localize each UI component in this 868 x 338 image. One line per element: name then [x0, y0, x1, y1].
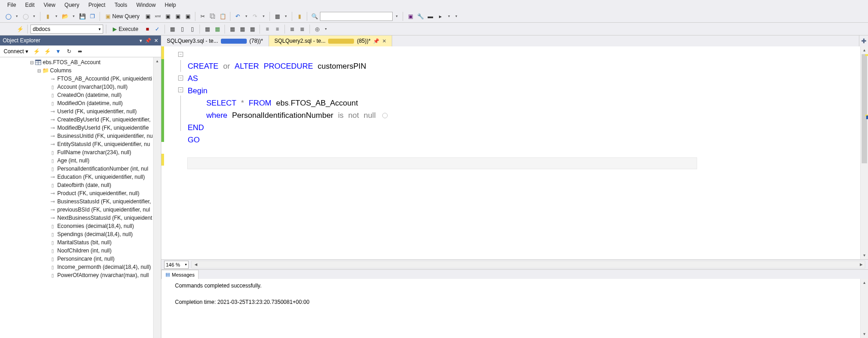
- tb-icon-8[interactable]: ▬: [426, 12, 435, 21]
- tree-column-node[interactable]: ▯MaritalStatus (bit, null): [0, 238, 161, 247]
- zoom-selector[interactable]: 146 % ▾: [164, 261, 189, 269]
- tree-column-node[interactable]: ⊸UserId (FK, uniqueidentifier, null): [0, 107, 161, 116]
- qb-icon-3[interactable]: ▯: [188, 25, 197, 34]
- qb-icon-6[interactable]: ▦: [228, 25, 237, 34]
- close-icon[interactable]: ✕: [154, 38, 158, 44]
- refresh-icon[interactable]: ↻: [65, 47, 74, 56]
- fold-toggle[interactable]: −: [178, 76, 183, 81]
- tree-column-node[interactable]: ▯Personsincare (int, null): [0, 255, 161, 263]
- sql-code[interactable]: CREATE or ALTER PROCEDURE customersPIN A…: [186, 46, 868, 259]
- tree-column-node[interactable]: ▯Account (nvarchar(100), null): [0, 83, 161, 91]
- tree-scrollbar[interactable]: ▲: [153, 57, 161, 338]
- open-dropdown[interactable]: ▾: [70, 14, 77, 18]
- tb-icon-wrench[interactable]: 🔧: [416, 12, 425, 21]
- qb-icon-4[interactable]: ▦: [203, 25, 212, 34]
- tree-column-node[interactable]: ⊸FTOS_AB_Accountid (PK, uniqueidenti: [0, 75, 161, 83]
- search-dropdown[interactable]: ▾: [394, 14, 400, 18]
- tree-column-node[interactable]: ⊸EntityStatusId (FK, uniqueidentifier, n…: [0, 140, 161, 148]
- qb-icon-last[interactable]: ◎: [313, 25, 322, 34]
- paste-icon[interactable]: 📋: [218, 12, 227, 21]
- tb-icon-3[interactable]: ▣: [173, 12, 182, 21]
- fold-toggle[interactable]: −: [178, 87, 183, 92]
- tree-column-node[interactable]: ▯CreatedOn (datetime, null): [0, 91, 161, 99]
- menu-view[interactable]: View: [39, 1, 60, 9]
- tree-table-node[interactable]: ⊟ ebs.FTOS_AB_Account: [0, 58, 161, 66]
- tab-sqlquery2[interactable]: SQLQuery2.sql - te... xxxxxxxxx (85))* 📌…: [269, 35, 393, 46]
- qb-icon-8[interactable]: ▦: [248, 25, 257, 34]
- fold-toggle[interactable]: −: [178, 52, 183, 57]
- tree-column-node[interactable]: ⊸BusinessUnitId (FK, uniqueidentifier, n…: [0, 132, 161, 140]
- add-tab-button[interactable]: ✚: [859, 35, 868, 46]
- redo-icon[interactable]: ↷: [250, 12, 259, 21]
- new-query-button[interactable]: ▣ New Query: [103, 12, 142, 20]
- qb-icon-7[interactable]: ▦: [238, 25, 247, 34]
- menu-edit[interactable]: Edit: [20, 1, 39, 9]
- oe-icon-3[interactable]: ⬌: [75, 47, 85, 56]
- lightbulb-icon[interactable]: [382, 113, 388, 118]
- nav-back-dropdown[interactable]: ▾: [14, 14, 20, 18]
- redo-dropdown[interactable]: ▾: [260, 14, 267, 18]
- stop-icon[interactable]: ■: [143, 25, 152, 34]
- save-all-icon[interactable]: ❐: [88, 12, 97, 21]
- menu-project[interactable]: Project: [84, 1, 110, 9]
- tb-icon-7[interactable]: ▣: [406, 12, 415, 21]
- menu-query[interactable]: Query: [60, 1, 84, 9]
- find-icon[interactable]: 🔍: [310, 12, 319, 21]
- tb-dd-5[interactable]: ▾: [283, 14, 289, 18]
- menu-help[interactable]: Help: [160, 1, 181, 9]
- pin-icon[interactable]: 📌: [373, 38, 379, 44]
- qb-icon-1[interactable]: ▦: [168, 25, 177, 34]
- tb-dd-9[interactable]: ▾: [446, 14, 452, 18]
- tb-icon-4[interactable]: ▣: [183, 12, 192, 21]
- tree-column-node[interactable]: ⊸BusinessStatusId (FK, uniqueidentifier,: [0, 197, 161, 206]
- menu-tools[interactable]: Tools: [110, 1, 132, 9]
- qb-icon-2[interactable]: ▯: [178, 25, 187, 34]
- collapse-icon[interactable]: ⊟: [29, 60, 35, 65]
- undo-dropdown[interactable]: ▾: [243, 14, 249, 18]
- tree-column-node[interactable]: ▯Dateofbirth (date, null): [0, 181, 161, 189]
- tree-column-node[interactable]: ▯Age (int, null): [0, 156, 161, 165]
- tree-column-node[interactable]: ▯FullName (nvarchar(234), null): [0, 148, 161, 156]
- tree-column-node[interactable]: ⊸CreatedByUserId (FK, uniqueidentifier,: [0, 116, 161, 124]
- connection-icon[interactable]: ⚡: [15, 25, 25, 34]
- new-item-icon[interactable]: ▮: [43, 12, 52, 21]
- database-selector[interactable]: dbdocs ▾: [30, 25, 103, 34]
- execute-button[interactable]: ▶ Execute: [109, 25, 142, 33]
- parse-icon[interactable]: ✓: [153, 25, 162, 34]
- tree-column-node[interactable]: ▯PersonalIdentificationNumber (int, nul: [0, 165, 161, 173]
- object-tree[interactable]: ⊟ ebs.FTOS_AB_Account ⊟ 📁 Columns ⊸FTOS_…: [0, 57, 161, 338]
- tree-column-node[interactable]: ⊸NextBusinessStatusId (FK, uniqueident: [0, 214, 161, 222]
- tb-icon-5[interactable]: ▦: [273, 12, 282, 21]
- undo-icon[interactable]: ↶: [233, 12, 242, 21]
- messages-tab[interactable]: ▤ Messages: [161, 270, 199, 279]
- save-icon[interactable]: 💾: [78, 12, 87, 21]
- tree-column-node[interactable]: ▯Economies (decimal(18,4), null): [0, 222, 161, 230]
- nav-forward-button[interactable]: ◯: [21, 12, 30, 21]
- tb-icon-xml[interactable]: xml: [153, 12, 162, 21]
- tree-column-node[interactable]: ⊸previousBSId (FK, uniqueidentifier, nul: [0, 206, 161, 214]
- tb-icon-2[interactable]: ▣: [163, 12, 172, 21]
- menu-file[interactable]: File: [3, 1, 20, 9]
- messages-output[interactable]: Commands completed successfully. Complet…: [161, 279, 868, 338]
- uncomment-icon[interactable]: ≣: [298, 25, 307, 34]
- tree-column-node[interactable]: ⊸Product (FK, uniqueidentifier, null): [0, 189, 161, 197]
- outdent-icon[interactable]: ≡: [273, 25, 282, 34]
- connect-button[interactable]: Connect ▾: [2, 47, 30, 55]
- tree-column-node[interactable]: ▯Spendings (decimal(18,4), null): [0, 230, 161, 238]
- qb-icon-5[interactable]: ▦: [213, 25, 222, 34]
- tab-sqlquery3[interactable]: SQLQuery3.sql - te... xxxxxxxxx (78))*: [161, 35, 269, 46]
- menu-window[interactable]: Window: [132, 1, 160, 9]
- new-item-dropdown[interactable]: ▾: [53, 14, 60, 18]
- indent-icon[interactable]: ≡: [263, 25, 272, 34]
- search-box[interactable]: [320, 12, 393, 21]
- tree-column-node[interactable]: ▯ModifiedOn (datetime, null): [0, 99, 161, 107]
- oe-icon-2[interactable]: ⚡: [43, 47, 52, 56]
- tree-column-node[interactable]: ⊸Education (FK, uniqueidentifier, null): [0, 173, 161, 181]
- tb-icon-6[interactable]: ▮: [295, 12, 304, 21]
- editor-hscrollbar[interactable]: ◀ ▶: [191, 261, 865, 268]
- dropdown-icon[interactable]: ▾: [140, 38, 142, 44]
- toolbar-overflow[interactable]: ▾: [453, 14, 459, 18]
- tree-columns-folder[interactable]: ⊟ 📁 Columns: [0, 66, 161, 75]
- tree-column-node[interactable]: ▯Income_permonth (decimal(18,4), null): [0, 263, 161, 271]
- oe-icon-filter[interactable]: ▼: [54, 47, 63, 56]
